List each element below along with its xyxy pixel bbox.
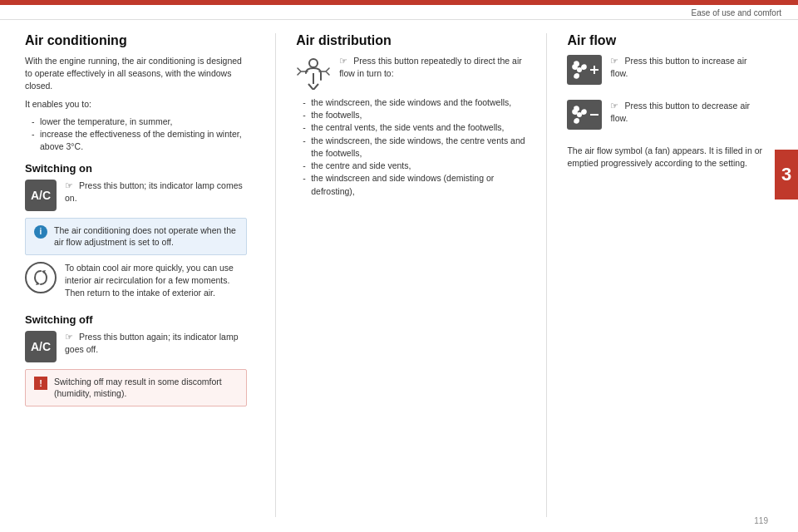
info-box-text: The air conditioning does not operate wh… [54,224,238,249]
list-item: the windscreen and side windows (demisti… [303,172,526,197]
enables-list: lower the temperature, in summer, increa… [25,116,247,154]
arrow-icon-2: ☞ [65,332,73,342]
warning-box: ! Switching off may result in some disco… [25,369,247,406]
list-item: the central vents, the side vents and th… [303,121,526,134]
main-content: Air conditioning With the engine running… [0,20,798,525]
ac-off-button-icon: A/C [25,331,57,362]
air-distribution-title: Air distribution [296,33,526,48]
air-dist-arrow: ☞ [339,56,347,66]
list-item: increase the effectiveness of the demist… [32,128,247,153]
air-dist-list: the windscreen, the side windows and the… [296,96,526,198]
info-box: i The air conditioning does not operate … [25,218,247,255]
air-flow-increase-icon [567,55,602,85]
switching-off-row: A/C ☞ Press this button again; its indic… [25,331,247,362]
chapter-tab: 3 [775,150,798,200]
svg-point-2 [309,59,318,67]
divider-2 [546,33,547,517]
chapter-number: 3 [781,164,791,185]
air-conditioning-title: Air conditioning [25,33,247,48]
air-dist-instruction-row: ☞ Press this button repeatedly to direct… [296,55,526,90]
air-flow-increase-row: ☞ Press this button to increase air flow… [567,55,765,91]
air-distribution-section: Air distribution ☞ Press this button rep… [296,33,526,517]
list-item: the windscreen, the side windows, the ce… [303,135,526,160]
divider-1 [275,33,276,517]
switching-on-row: A/C ☞ Press this button; its indicator l… [25,180,247,211]
enables-label: It enables you to: [25,98,247,111]
list-item: the windscreen, the side windows and the… [303,96,526,109]
air-flow-decrease-row: ☞ Press this button to decrease air flow… [567,100,765,136]
switching-on-instruction: Press this button; its indicator lamp co… [65,180,243,203]
air-distribution-icon [296,55,331,90]
air-flow-symbol-text: The air flow symbol (a fan) appears. It … [567,145,765,170]
air-conditioning-intro: With the engine running, the air conditi… [25,55,247,93]
recirculation-row: To obtain cool air more quickly, you can… [25,262,247,305]
page-number: 119 [754,516,768,525]
list-item: the footwells, [303,109,526,121]
air-flow-title: Air flow [567,33,765,48]
switching-on-title: Switching on [25,162,247,175]
increase-arrow: ☞ [610,56,618,66]
header-title: Ease of use and comfort [692,8,781,17]
increase-text: Press this button to increase air flow. [610,56,746,78]
air-dist-press-text: Press this button repeatedly to direct t… [339,56,522,78]
arrow-icon: ☞ [65,180,73,190]
ac-button-icon: A/C [25,180,57,211]
recirculation-icon [25,262,57,293]
recirculation-text: To obtain cool air more quickly, you can… [65,262,247,300]
warning-text: Switching off may result in some discomf… [54,376,238,400]
list-item: lower the temperature, in summer, [32,116,247,128]
decrease-text: Press this button to decrease air flow. [610,101,750,123]
page-header: Ease of use and comfort [0,5,798,20]
list-item: the centre and side vents, [303,160,526,172]
air-conditioning-section: Air conditioning With the engine running… [25,33,255,517]
air-flow-decrease-icon [567,100,602,130]
switching-off-instruction: Press this button again; its indicator l… [65,332,239,354]
switching-off-title: Switching off [25,313,247,326]
decrease-arrow: ☞ [610,101,618,111]
warning-icon: ! [34,377,47,390]
air-flow-section: Air flow ☞ Press this button to increase… [567,33,765,517]
info-icon: i [34,225,47,239]
